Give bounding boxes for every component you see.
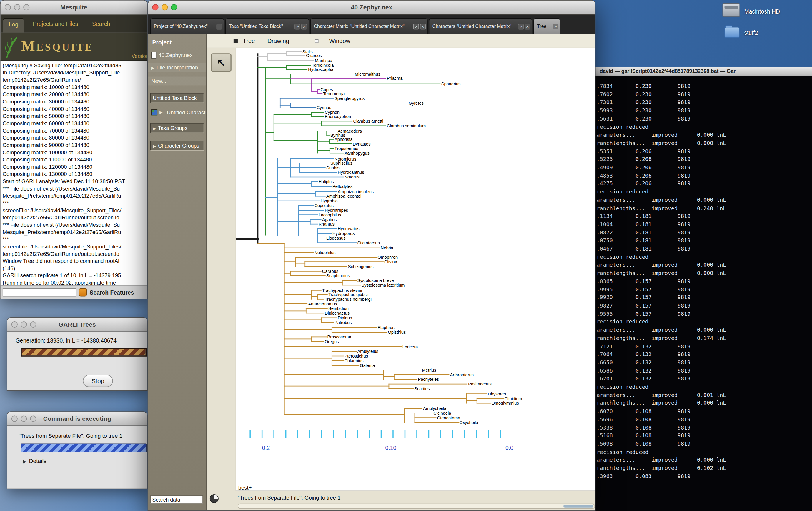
taxon-label[interactable]: Suphis <box>326 166 340 170</box>
popout-icon[interactable]: ↗ <box>413 24 419 29</box>
disclosure-triangle-icon[interactable]: ▶ <box>151 66 154 70</box>
minimize-icon[interactable] <box>14 4 20 10</box>
taxon-label[interactable]: Hydroscapha <box>308 67 334 72</box>
taxon-label[interactable]: Omoglymmius <box>491 401 519 405</box>
macintosh-hd-icon[interactable] <box>722 3 740 17</box>
taxon-label[interactable]: Bembidion <box>328 306 349 311</box>
zoom-icon[interactable] <box>23 4 29 10</box>
mesquite-tab-projects-and-files[interactable]: Projects and Files <box>27 18 84 33</box>
close-icon[interactable] <box>5 4 11 10</box>
menu-window[interactable]: Window <box>329 38 350 44</box>
taxon-label[interactable]: Diplous <box>338 315 352 320</box>
terminal-output[interactable]: .7834 0.230 9819.7602 0.230 9819.7301 0.… <box>596 76 812 511</box>
minimize-icon[interactable] <box>21 416 27 422</box>
taxon-label[interactable]: Schizogenius <box>348 264 374 269</box>
taxon-label[interactable]: Opisthius <box>388 330 406 335</box>
taxon-label[interactable]: Metrius <box>422 368 436 372</box>
taxon-label[interactable]: Copelatus <box>314 203 334 208</box>
taxon-label[interactable]: Tropisternus <box>335 146 358 151</box>
taxon-label[interactable]: Mantispa <box>315 58 332 63</box>
taxon-label[interactable]: Hydrovatus <box>338 227 359 231</box>
taxon-label[interactable]: Haliplus <box>319 179 334 184</box>
taxon-label[interactable]: Dhysores <box>488 392 506 396</box>
close-icon[interactable] <box>11 416 18 422</box>
taxon-label[interactable]: Sphaerius <box>441 82 461 86</box>
taxon-label[interactable]: Amblytelus <box>357 349 378 354</box>
zephyr-titlebar[interactable]: 40.Zephyr.nex <box>148 1 595 15</box>
scrollbar-thumb[interactable] <box>563 505 593 508</box>
taxon-label[interactable]: Prionocyphon <box>325 114 351 119</box>
sidebar-item-character-matrix[interactable]: ▶ Untitled Character Matrix <box>151 109 206 115</box>
sidebar-item-new[interactable]: New... <box>148 77 206 86</box>
taxon-label[interactable]: Hygrobia <box>321 199 338 203</box>
taxon-label[interactable]: Gyrinus <box>316 105 331 110</box>
command-titlebar[interactable]: Command is executing <box>7 412 147 426</box>
search-data-input[interactable] <box>150 495 203 504</box>
minimize-tab-icon[interactable]: — <box>216 24 222 29</box>
zoom-icon[interactable] <box>30 321 36 328</box>
popout-icon[interactable]: ↗ <box>552 24 558 29</box>
tab-tree[interactable]: Tree↗ <box>533 18 560 34</box>
mesquite-log[interactable]: (Mesquite) # Saving File: tempData0142e2… <box>1 61 147 285</box>
taxon-label[interactable]: Pachyteles <box>418 377 439 382</box>
taxon-label[interactable]: Systolosoma breve <box>357 278 394 283</box>
taxon-label[interactable]: Galerita <box>360 363 375 368</box>
close-tab-icon[interactable]: ✕ <box>301 24 307 29</box>
close-tab-icon[interactable]: ✕ <box>525 24 530 29</box>
disclosure-triangle-icon[interactable]: ▶ <box>153 126 156 131</box>
popout-icon[interactable]: ↗ <box>518 24 523 29</box>
taxon-label[interactable]: Tenomerga <box>323 91 345 96</box>
taxon-label[interactable]: Liodessus <box>326 236 346 241</box>
close-icon[interactable] <box>11 321 18 328</box>
tab-characters-untitled-character-matrix[interactable]: Characters "Untitled Character Matrix"↗✕ <box>429 18 532 34</box>
taxon-label[interactable]: Patrobus <box>335 320 352 325</box>
taxon-label[interactable]: Stictotarsus <box>357 241 380 245</box>
stuff2-label[interactable]: stuff2 <box>744 29 758 36</box>
taxon-label[interactable]: Antarctonomus <box>308 302 337 306</box>
taxon-label[interactable]: Rhantus <box>319 222 335 227</box>
taxon-label[interactable]: Xanthopygus <box>345 151 370 155</box>
horizontal-scrollbar[interactable] <box>238 504 595 509</box>
taxon-label[interactable]: Laccophilus <box>319 213 341 217</box>
menu-drawing[interactable]: Drawing <box>267 38 289 44</box>
taxon-label[interactable]: Scaphinotus <box>326 273 350 278</box>
sidebar-item-taxa-groups[interactable]: ▶Taxa Groups <box>150 123 204 133</box>
taxon-label[interactable]: Hydrocanthus <box>338 170 364 175</box>
mesquite-titlebar[interactable]: Mesquite <box>1 1 147 15</box>
disclosure-triangle-icon[interactable]: ▶ <box>160 110 163 115</box>
menu-tree[interactable]: Tree <box>243 38 255 44</box>
zoom-icon[interactable] <box>171 4 177 10</box>
stop-button[interactable]: Stop <box>83 374 113 387</box>
tab-taxa-untitled-taxa-block[interactable]: Taxa "Untitled Taxa Block"↗✕ <box>225 18 309 34</box>
taxon-label[interactable]: Dynastes <box>353 142 371 146</box>
taxon-label[interactable]: Agabus <box>322 217 337 222</box>
taxon-label[interactable]: Arthropterus <box>450 372 474 377</box>
taxon-label[interactable]: Trachypachus holmbergi <box>325 297 372 302</box>
taxon-label[interactable]: Chlaenius <box>345 358 364 363</box>
taxon-label[interactable]: Carabus <box>322 269 338 274</box>
taxon-label[interactable]: Clinidium <box>504 396 522 401</box>
taxon-label[interactable]: Micromalthus <box>355 72 380 77</box>
close-icon[interactable] <box>152 4 158 10</box>
search-features-icon[interactable] <box>79 288 87 296</box>
close-tab-icon[interactable]: ✕ <box>420 24 426 29</box>
arrow-cursor-tool[interactable]: ↖ <box>211 53 231 72</box>
taxon-label[interactable]: Priacma <box>387 76 403 81</box>
taxon-label[interactable]: Hydroporus <box>332 231 354 236</box>
taxon-label[interactable]: Amphizoa lecontei <box>326 194 361 199</box>
taxon-label[interactable]: Oregus <box>325 339 339 344</box>
taxon-label[interactable]: Clivina <box>384 260 398 264</box>
taxon-label[interactable]: Amblycheila <box>423 406 446 411</box>
details-disclosure[interactable]: ▶Details <box>23 458 147 464</box>
taxon-label[interactable]: Hydrotrupes <box>325 208 348 213</box>
taxon-label[interactable]: Diplochaetus <box>325 311 349 315</box>
terminal-titlebar[interactable]: david — garliScript0142e2f44d85178913236… <box>596 67 812 76</box>
stuff2-folder-icon[interactable] <box>725 27 740 38</box>
taxon-label[interactable]: Omophron <box>377 255 398 260</box>
mesquite-tab-log[interactable]: Log <box>3 18 25 33</box>
tab-project-of-40-zephyr-nex[interactable]: Project of "40.Zephyr.nex"— <box>150 18 224 34</box>
sidebar-item-file-incorporation[interactable]: ▶File Incorporation <box>148 63 206 72</box>
taxon-label[interactable]: Ctenostoma <box>437 416 461 420</box>
taxon-label[interactable]: Amphizoa insolens <box>338 189 374 194</box>
search-features-input[interactable] <box>3 288 76 296</box>
